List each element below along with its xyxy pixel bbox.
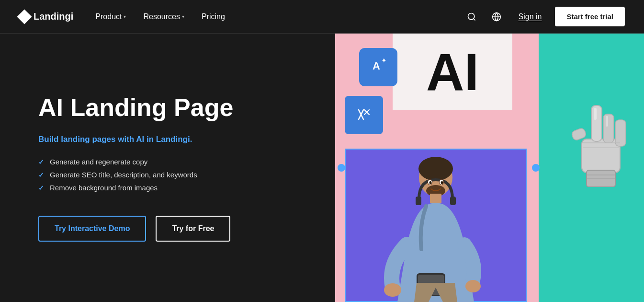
svg-text:A: A <box>373 60 380 72</box>
ai-sparkle-icon: A ✦ <box>370 57 387 78</box>
nav-links: Product ▾ Resources ▾ Pricing <box>89 9 463 25</box>
logo-text: Landingi <box>34 11 73 22</box>
hero-visual: AI A ✦ <box>335 34 644 302</box>
svg-rect-14 <box>450 197 456 205</box>
feature-item-1: ✓ Generate and regenerate copy <box>38 158 306 166</box>
svg-rect-13 <box>416 197 421 205</box>
connector-dot-right <box>532 164 540 172</box>
nav-right: Sign in Start free trial <box>463 7 625 26</box>
feature-list: ✓ Generate and regenerate copy ✓ Generat… <box>38 158 306 197</box>
feature-item-3: ✓ Remove background from images <box>38 184 306 192</box>
person-image <box>345 149 527 302</box>
logo[interactable]: Landingi <box>19 11 73 22</box>
navbar: Landingi Product ▾ Resources ▾ Pricing S… <box>0 0 644 34</box>
hero-section: AI Landing Page Build landing pages with… <box>0 34 644 302</box>
ai-star-icon-block: A ✦ <box>359 48 397 86</box>
svg-text:✦: ✦ <box>381 57 387 64</box>
try-free-button[interactable]: Try for Free <box>156 216 230 242</box>
ai-large-text: AI <box>426 46 479 98</box>
svg-rect-21 <box>582 139 620 173</box>
connector-dot-left <box>338 164 345 172</box>
svg-rect-22 <box>615 120 626 146</box>
logo-diamond-icon <box>17 9 32 24</box>
svg-point-19 <box>429 181 432 184</box>
svg-rect-8 <box>430 194 441 203</box>
try-demo-button[interactable]: Try Interactive Demo <box>38 216 146 242</box>
svg-point-10 <box>465 280 481 292</box>
ai-text-block: AI <box>393 34 512 110</box>
svg-rect-29 <box>606 116 608 127</box>
svg-point-6 <box>418 157 453 181</box>
hero-subtitle: Build landing pages with AI in Landingi. <box>38 135 306 144</box>
nav-item-pricing[interactable]: Pricing <box>195 9 232 25</box>
svg-point-0 <box>468 13 474 19</box>
nav-item-resources[interactable]: Resources ▾ <box>136 9 191 25</box>
chevron-down-icon: ▾ <box>182 14 184 19</box>
svg-rect-28 <box>594 108 597 120</box>
svg-point-20 <box>441 181 443 184</box>
hero-title: AI Landing Page <box>38 94 306 121</box>
svg-rect-4 <box>356 107 372 123</box>
feature-item-2: ✓ Generate SEO title, description, and k… <box>38 171 306 179</box>
chevron-down-icon: ▾ <box>124 14 126 19</box>
start-trial-button[interactable]: Start free trial <box>555 7 625 26</box>
svg-point-9 <box>384 283 401 297</box>
check-icon: ✓ <box>38 158 44 166</box>
sign-in-link[interactable]: Sign in <box>513 9 548 25</box>
scissors-icon-block <box>345 96 383 134</box>
svg-rect-23 <box>603 114 614 143</box>
robot-hand-image <box>543 91 639 187</box>
search-icon[interactable] <box>463 8 480 25</box>
cta-buttons: Try Interactive Demo Try for Free <box>38 216 306 242</box>
check-icon: ✓ <box>38 171 44 179</box>
globe-icon[interactable] <box>488 8 505 25</box>
hero-content: AI Landing Page Build landing pages with… <box>0 34 335 302</box>
nav-item-product[interactable]: Product ▾ <box>89 9 133 25</box>
person-svg <box>345 149 527 302</box>
check-icon: ✓ <box>38 184 44 192</box>
